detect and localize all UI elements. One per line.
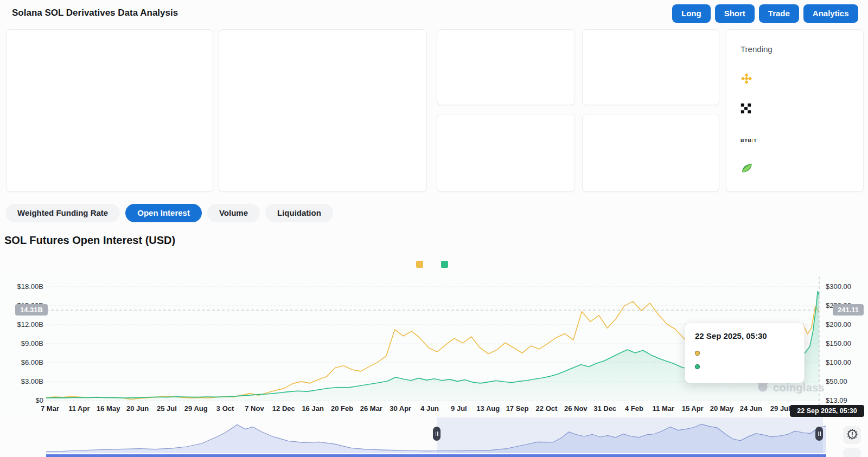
chart-navigator[interactable] bbox=[0, 415, 868, 457]
secondary-action-button[interactable] bbox=[843, 448, 861, 457]
legend-item-sol-price[interactable] bbox=[416, 261, 427, 268]
legend-item-open-interest[interactable] bbox=[441, 261, 452, 268]
tab-weighted-funding-rate[interactable]: Weighted Funding Rate bbox=[5, 204, 120, 222]
header-button-short[interactable]: Short bbox=[715, 4, 755, 23]
rekt-card-1h bbox=[437, 29, 575, 105]
ratio-row bbox=[233, 68, 412, 91]
trending-exchange-binance[interactable] bbox=[741, 73, 759, 86]
ratio-row bbox=[233, 158, 412, 181]
rekt-long-row bbox=[451, 146, 560, 158]
tooltip-row bbox=[695, 360, 794, 374]
right-axis-tick: $200.00 bbox=[826, 320, 864, 329]
trending-exchange-bitfinex[interactable] bbox=[741, 163, 760, 176]
chart-tabs: Weighted Funding RateOpen InterestVolume… bbox=[5, 204, 333, 222]
page-title: Solana SOL Derivatives Data Analysis bbox=[12, 8, 178, 18]
bitfinex-icon bbox=[741, 162, 754, 177]
header-button-long[interactable]: Long bbox=[672, 4, 711, 23]
rekt-total-row bbox=[451, 125, 560, 137]
tab-liquidation[interactable]: Liquidation bbox=[265, 204, 333, 222]
tab-volume[interactable]: Volume bbox=[207, 204, 260, 222]
legend-swatch-icon bbox=[441, 261, 448, 268]
left-axis-tick: $0 bbox=[0, 396, 43, 405]
right-axis-tick: $100.00 bbox=[826, 358, 864, 367]
stat-row bbox=[21, 134, 199, 146]
binance-icon bbox=[741, 73, 752, 87]
right-axis-tick: $50.00 bbox=[826, 377, 864, 386]
tooltip-date: 22 Sep 2025, 05:30 bbox=[695, 331, 794, 340]
chart-tooltip: 22 Sep 2025, 05:30 bbox=[685, 323, 805, 383]
right-axis-tick: $300.00 bbox=[826, 282, 864, 291]
chart-settings-button[interactable] bbox=[843, 426, 861, 444]
oi-price-chart[interactable]: $18.00B$15.00B$12.00B$9.00B$6.00B$3.00B$… bbox=[0, 271, 868, 415]
rekt-short-row bbox=[451, 83, 560, 95]
left-axis-tick: $3.00B bbox=[0, 377, 43, 386]
header-actions: LongShortTradeAnalytics bbox=[672, 4, 858, 23]
trending-card: Trending BYB!T bbox=[726, 29, 864, 192]
ratio-row bbox=[233, 128, 412, 151]
ratio-row bbox=[233, 98, 412, 121]
header-button-analytics[interactable]: Analytics bbox=[803, 4, 858, 23]
tooltip-row bbox=[695, 346, 794, 360]
rekt-card-24h bbox=[582, 114, 719, 192]
rekt-total-row bbox=[597, 41, 705, 53]
okx-icon bbox=[741, 103, 751, 116]
rekt-short-row bbox=[597, 83, 705, 95]
tab-open-interest[interactable]: Open Interest bbox=[125, 204, 202, 222]
stat-row bbox=[21, 104, 199, 116]
gear-alert-icon bbox=[847, 429, 858, 442]
trending-title: Trending bbox=[741, 44, 773, 54]
stat-row bbox=[21, 74, 199, 86]
series-dot-icon bbox=[695, 351, 700, 356]
bybit-icon: BYB!T bbox=[741, 134, 757, 144]
market-stats-card bbox=[6, 29, 213, 192]
derivatives-dashboard: Solana SOL Derivatives Data Analysis Lon… bbox=[0, 0, 868, 457]
rekt-card-4h bbox=[582, 29, 719, 105]
crosshair-left-badge: 14.31B bbox=[15, 304, 48, 316]
left-axis-tick: $9.00B bbox=[0, 339, 43, 348]
series-dot-icon bbox=[695, 364, 700, 369]
legend-swatch-icon bbox=[416, 261, 423, 268]
right-axis-tick: $150.00 bbox=[826, 339, 864, 348]
rekt-long-row bbox=[597, 62, 705, 74]
navigator-bottom-bar bbox=[46, 454, 826, 457]
rekt-long-row bbox=[597, 146, 705, 158]
chart-section-title: SOL Futures Open Interest (USD) bbox=[4, 234, 175, 247]
trending-exchange-okx[interactable] bbox=[741, 103, 758, 116]
rekt-total-row bbox=[597, 125, 705, 137]
navigator-selection[interactable] bbox=[437, 417, 823, 453]
header-button-trade[interactable]: Trade bbox=[759, 4, 799, 23]
left-axis-tick: $18.00B bbox=[0, 282, 43, 291]
left-axis-tick: $6.00B bbox=[0, 358, 43, 367]
ratio-row bbox=[233, 38, 412, 61]
rekt-short-row bbox=[451, 168, 560, 179]
long-short-ratios-card bbox=[219, 29, 427, 192]
chart-legend bbox=[0, 261, 868, 268]
rekt-short-row bbox=[597, 168, 705, 179]
left-axis-tick: $12.00B bbox=[0, 320, 43, 329]
rekt-card-12h bbox=[437, 114, 575, 192]
navigator-left-handle-icon[interactable] bbox=[433, 427, 441, 441]
rekt-total-row bbox=[451, 41, 560, 53]
right-axis-tick: $13.09 bbox=[826, 396, 864, 405]
rekt-long-row bbox=[451, 62, 560, 74]
stat-row bbox=[21, 44, 199, 56]
trending-exchange-bybit[interactable]: BYB!T bbox=[741, 133, 763, 146]
navigator-right-handle-icon[interactable] bbox=[815, 427, 823, 441]
crosshair-right-badge: 241.11 bbox=[833, 304, 864, 316]
